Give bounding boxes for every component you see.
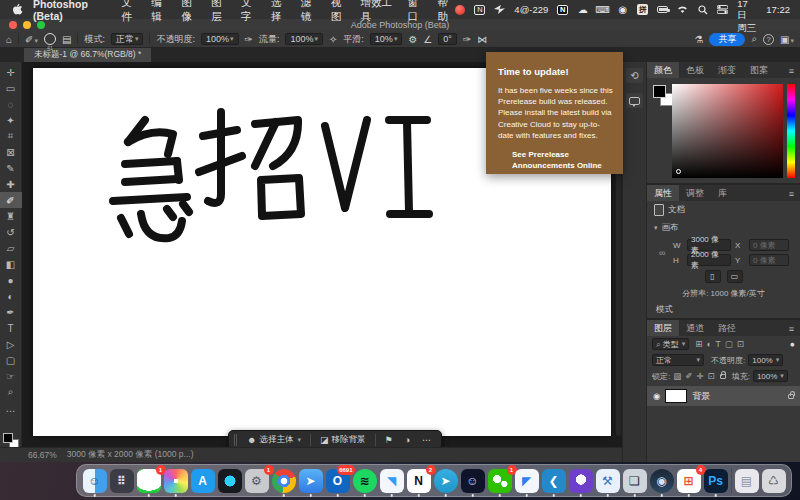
history-panel-icon[interactable]: ⟲ [626, 68, 643, 83]
help-icon[interactable]: ? [763, 34, 774, 45]
home-icon[interactable]: ⌂ [6, 34, 12, 45]
menu-item[interactable]: 滤镜 [301, 0, 318, 24]
opacity-pressure-icon[interactable]: ✑ [245, 34, 253, 45]
menu-item[interactable]: 编辑 [151, 0, 168, 24]
layer-filter-select[interactable]: ⌕类型▾ [652, 338, 689, 350]
spotlight-search-icon[interactable] [697, 4, 708, 16]
downloads-folder[interactable]: ▤ [735, 469, 759, 493]
app-store[interactable]: A [191, 469, 215, 493]
select-subject-button[interactable]: ☻选择主体▾ [241, 432, 307, 448]
panel-tab[interactable]: 通道 [679, 320, 711, 336]
messages[interactable]: 1 [137, 469, 161, 493]
trash[interactable]: ♺ [762, 469, 786, 493]
menu-item[interactable]: 选择 [271, 0, 288, 24]
wifi-icon[interactable] [677, 4, 688, 16]
outlook[interactable]: O 6691 [326, 469, 350, 493]
size-pressure-icon[interactable]: ✑ [463, 34, 471, 45]
panel-tab[interactable]: 渐变 [711, 62, 743, 78]
photoshop[interactable]: Ps [704, 469, 728, 493]
y-input[interactable]: 0 像素 [749, 254, 789, 266]
menu-item[interactable]: 文件 [121, 0, 138, 24]
dev-app[interactable] [218, 469, 242, 493]
menu-item[interactable]: 帮助 [437, 0, 454, 24]
chrome[interactable] [272, 469, 296, 493]
taskbar-drag-handle[interactable] [234, 434, 237, 446]
apple-menu-icon[interactable] [12, 2, 23, 17]
launchpad[interactable]: ⠿ [110, 469, 134, 493]
link-dimensions-icon[interactable]: ∞ [659, 248, 669, 258]
wechat[interactable]: 1 [488, 469, 512, 493]
saturation-brightness-field[interactable] [672, 84, 783, 178]
menubar-app-name[interactable]: Photoshop (Beta) [33, 0, 109, 22]
menubar-time[interactable]: 17:22 [766, 4, 790, 15]
microsoft-365[interactable]: ⊞ 4 [677, 469, 701, 493]
x-input[interactable]: 0 像素 [749, 239, 789, 251]
panel-tab[interactable]: 路径 [711, 320, 743, 336]
brush-size-preview[interactable]: 41 [44, 33, 56, 45]
remote-desktop[interactable]: ❏ [623, 469, 647, 493]
photos[interactable] [164, 469, 188, 493]
red-app-icon[interactable] [454, 4, 465, 16]
notion-menubar-icon[interactable]: N [557, 5, 568, 15]
blue-bird-app[interactable]: ◤ [515, 469, 539, 493]
panel-tab[interactable]: 属性 [647, 185, 679, 201]
panel-menu-icon[interactable]: ≡ [789, 189, 794, 199]
layer-blend-mode-select[interactable]: 正常▾ [652, 354, 704, 366]
finder[interactable]: ☺ [83, 469, 107, 493]
menu-item[interactable]: 图层 [211, 0, 228, 24]
fill-input[interactable]: 100%▾ [753, 370, 788, 382]
adjustments-button[interactable]: ◑ [399, 432, 416, 448]
transform-button[interactable]: ⚑ [379, 432, 399, 448]
brush-angle-input[interactable]: 0° [438, 33, 457, 45]
battery-icon[interactable] [657, 4, 668, 16]
menu-item[interactable]: 图像 [181, 0, 198, 24]
input-method-icon[interactable]: 拼 [637, 4, 648, 15]
menu-item[interactable]: 增效工具 [361, 0, 395, 24]
vscode[interactable]: ❮ [542, 469, 566, 493]
system-settings[interactable]: ⚙ 1 [245, 469, 269, 493]
airbrush-icon[interactable]: ✧ [329, 34, 337, 45]
hue-slider[interactable] [787, 84, 795, 178]
smoothing-gear-icon[interactable]: ⚙ [408, 34, 417, 45]
blend-mode-select[interactable]: 正常▾ [111, 33, 144, 45]
panel-tab[interactable]: 图案 [743, 62, 775, 78]
menu-item[interactable]: 窗口 [408, 0, 425, 24]
panel-tab[interactable]: 库 [711, 185, 734, 201]
record-icon[interactable]: ◉ [617, 4, 628, 16]
color-picker-handle[interactable] [676, 169, 681, 174]
height-input[interactable]: 2000 像素 [687, 254, 731, 266]
layer-thumbnail[interactable] [665, 389, 687, 403]
menubar-date[interactable]: 7月17日 周三 [737, 0, 757, 35]
spotify[interactable]: ≋ [353, 469, 377, 493]
steam[interactable]: ◉ [650, 469, 674, 493]
panel-menu-icon[interactable]: ≡ [789, 324, 794, 334]
beta-features-icon[interactable]: ⚗ [694, 34, 703, 45]
dock-separator[interactable] [731, 468, 732, 494]
foreground-color[interactable] [653, 85, 666, 98]
taskbar-more-button[interactable]: ⋯ [416, 432, 437, 448]
keyboard-icon[interactable]: ⌨ [597, 4, 608, 16]
panel-tab[interactable]: 图层 [647, 320, 679, 336]
telegram[interactable]: ➤ [434, 469, 458, 493]
chat-app[interactable]: ☺ [461, 469, 485, 493]
paint-symmetry-icon[interactable]: ⋈ [477, 34, 487, 45]
github-desktop[interactable] [569, 469, 593, 493]
workspace-switcher[interactable]: ▣▾ [780, 34, 794, 45]
vpn-bird-icon[interactable] [494, 4, 505, 16]
brush-settings-panel-toggle[interactable]: ▤ [62, 34, 71, 45]
search-icon[interactable]: ⌕ [751, 33, 757, 45]
notion[interactable]: N 2 [407, 469, 431, 493]
color-swatches[interactable] [652, 84, 672, 108]
mail-plane-app[interactable]: ➤ [299, 469, 323, 493]
control-center-icon[interactable] [717, 4, 728, 16]
menu-item[interactable]: 文字 [241, 0, 258, 24]
panel-tab[interactable]: 调整 [679, 185, 711, 201]
foreground-color-swatch[interactable] [3, 433, 13, 443]
notification-link[interactable]: See Prerelease Announcements Online [512, 149, 613, 171]
smoothing-input[interactable]: 10%▾ [370, 33, 403, 45]
document-tab[interactable]: 未标题-1 @ 66.7%(RGB/8) * [24, 48, 151, 62]
panel-tab[interactable]: 色板 [679, 62, 711, 78]
boxed-n-icon[interactable]: N [474, 5, 485, 15]
menu-item[interactable]: 视图 [331, 0, 348, 24]
comments-panel-icon[interactable] [626, 93, 643, 108]
